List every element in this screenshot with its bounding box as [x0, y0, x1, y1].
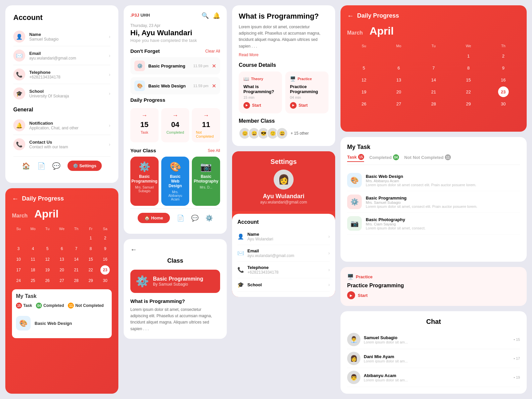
general-item-contact-us[interactable]: 📞 Contact Us Contact with our team › — [13, 135, 110, 154]
cal-day-3[interactable]: 3 — [14, 244, 23, 253]
reminder-close-button[interactable]: ✕ — [212, 63, 216, 69]
cal-day-21[interactable]: 21 — [71, 265, 81, 275]
dp-r-day-29[interactable]: 29 — [463, 98, 474, 109]
dp-r-day-15[interactable]: 15 — [463, 74, 474, 85]
dp-r-day-23[interactable]: 23 — [498, 86, 509, 97]
read-more-button[interactable]: Read More — [239, 53, 258, 57]
dp-r-day-20[interactable]: 20 — [393, 86, 404, 97]
cal-day-29[interactable]: 29 — [86, 276, 95, 285]
nav-chat-icon[interactable]: 💬 — [52, 162, 61, 170]
dp-r-day-30[interactable]: 30 — [498, 98, 509, 109]
dp-r-day-28[interactable]: 28 — [428, 98, 439, 109]
search-icon[interactable]: 🔍 — [201, 12, 209, 19]
settings-item-info: School — [247, 282, 325, 287]
docs-nav-icon[interactable]: 📄 — [177, 214, 184, 222]
chat-nav-icon[interactable]: 💬 — [191, 214, 199, 222]
chat-preview: Lorem ipsum dolor sit am... — [364, 359, 510, 363]
account-item-school[interactable]: 🎓 School University Of Sokaraja › — [13, 84, 110, 103]
dp-back-button[interactable]: ← — [12, 195, 19, 202]
cal-day-28[interactable]: 28 — [71, 276, 81, 285]
dp-r-day-21[interactable]: 21 — [428, 86, 439, 97]
settings-item-name[interactable]: 👤 Name Ayu Wulandari › — [237, 228, 330, 245]
cal-day-9[interactable]: 9 — [100, 244, 110, 253]
cal-day-16[interactable]: 16 — [100, 255, 110, 264]
cal-day-7[interactable]: 7 — [71, 244, 81, 253]
cal-day-10[interactable]: 10 — [14, 255, 23, 264]
dp-r-day-2[interactable]: 2 — [498, 51, 509, 61]
settings-item-icon: ✉️ — [237, 250, 244, 256]
see-all-button[interactable]: See All — [208, 148, 220, 153]
dp-r-day-27[interactable]: 27 — [393, 98, 404, 109]
dp-r-day-22[interactable]: 22 — [463, 86, 474, 97]
tab-completed[interactable]: Completed 04 — [369, 154, 399, 162]
cal-day-11[interactable]: 11 — [28, 255, 38, 264]
course-item-header: 📖 Theory — [243, 76, 277, 81]
class-card-basic-programming[interactable]: ⚙️ Basic Programming Mrs. Samuel Subagio — [130, 157, 159, 206]
practice-start-button[interactable]: ▶ Start — [347, 291, 520, 299]
home-nav-button[interactable]: 🏠 Home — [138, 213, 170, 223]
general-item-notification[interactable]: 🔔 Notification Application, Chat, and ot… — [13, 116, 110, 135]
cal-day-8[interactable]: 8 — [86, 244, 95, 253]
dp-r-day-8[interactable]: 8 — [463, 63, 474, 73]
cal-day-26[interactable]: 26 — [43, 276, 52, 285]
chat-item[interactable]: 👩 Dani Mie Ayam Lorem ipsum dolor sit am… — [347, 349, 520, 368]
account-item-email[interactable]: ✉️ Email ayu.wulandari@gmail.com › — [13, 46, 110, 65]
chat-item[interactable]: 👨‍💼 Samuel Subagio Lorem ipsum dolor sit… — [347, 330, 520, 349]
dp-r-day-5[interactable]: 5 — [358, 63, 369, 73]
tab-not-completed[interactable]: Not Not Completed 11 — [404, 154, 451, 162]
course-item-start-button[interactable]: ▶ Start — [243, 102, 277, 109]
task-badge-task: 15 Task — [16, 303, 32, 309]
class-card-basic-web-design[interactable]: 🎨 Basic Web Design Mrs. Abibanyu Acam — [161, 157, 190, 206]
cal-day-25[interactable]: 25 — [28, 276, 38, 285]
settings-item-school[interactable]: 🎓 School › — [237, 278, 330, 292]
dp-title: Daily Progress — [22, 195, 64, 202]
cal-day-2[interactable]: 2 — [100, 233, 110, 243]
dp-r-day-6[interactable]: 6 — [393, 63, 404, 73]
dp-right-back-button[interactable]: ← — [347, 12, 354, 20]
cal-day-15[interactable]: 15 — [86, 255, 95, 264]
task-count: 15 — [358, 154, 364, 160]
settings-nav-icon[interactable]: ⚙️ — [205, 214, 213, 222]
dp-r-day-14[interactable]: 14 — [428, 74, 439, 85]
dp-r-day-12[interactable]: 12 — [358, 74, 369, 85]
cal-day-1[interactable]: 1 — [86, 233, 95, 243]
cal-day-27[interactable]: 27 — [57, 276, 66, 285]
cal-day-5[interactable]: 5 — [43, 244, 52, 253]
general-item-label: Contact Us — [29, 140, 105, 145]
cal-day-6[interactable]: 6 — [57, 244, 66, 253]
settings-item-telephone[interactable]: 📞 Telephone +6282134334178 › — [237, 262, 330, 278]
chat-item[interactable]: 👨 Abibanyu Acam Lorem ipsum dolor sit am… — [347, 368, 520, 387]
cal-day-13[interactable]: 13 — [57, 255, 66, 264]
cal-day-18[interactable]: 18 — [28, 265, 38, 275]
dp-r-day-9[interactable]: 9 — [498, 63, 509, 73]
cal-day-22[interactable]: 22 — [86, 265, 95, 275]
nav-settings-button[interactable]: ⚙️ Settings — [67, 161, 102, 171]
clear-all-button[interactable]: Clear All — [205, 49, 220, 54]
dp-r-day-19[interactable]: 19 — [358, 86, 369, 97]
dp-r-day-7[interactable]: 7 — [428, 63, 439, 73]
nav-docs-icon[interactable]: 📄 — [37, 162, 46, 170]
dp-r-day-13[interactable]: 13 — [393, 74, 404, 85]
cal-day-12[interactable]: 12 — [43, 255, 52, 264]
tab-task[interactable]: Task 15 — [347, 154, 364, 162]
course-item-start-button[interactable]: ▶ Start — [290, 102, 324, 109]
dp-r-day-16[interactable]: 16 — [498, 74, 509, 85]
cal-day-30[interactable]: 30 — [100, 276, 110, 285]
dp-r-day-26[interactable]: 26 — [358, 98, 369, 109]
account-item-name[interactable]: 👤 Name Samuel Subagio › — [13, 27, 110, 46]
dp-r-day-1[interactable]: 1 — [463, 51, 474, 61]
nav-home-icon[interactable]: 🏠 — [22, 162, 30, 170]
cal-day-14[interactable]: 14 — [71, 255, 81, 264]
reminder-close-button[interactable]: ✕ — [212, 83, 216, 89]
cal-day-19[interactable]: 19 — [43, 265, 52, 275]
cal-day-20[interactable]: 20 — [57, 265, 66, 275]
class-card-basic-photography[interactable]: 📷 Basic Photography Mrs. D... — [192, 157, 220, 206]
cal-day-17[interactable]: 17 — [14, 265, 23, 275]
account-item-telephone[interactable]: 📞 Telephone +6282134334178 › — [13, 65, 110, 84]
settings-item-email[interactable]: ✉️ Email ayu.wulandari@gmail.com › — [237, 245, 330, 262]
cal-day-4[interactable]: 4 — [28, 244, 38, 253]
cal-day-24[interactable]: 24 — [14, 276, 23, 285]
class-detail-back[interactable]: ← — [130, 246, 220, 253]
bell-icon[interactable]: 🔔 — [213, 12, 220, 19]
cal-day-23[interactable]: 23 — [100, 265, 110, 275]
